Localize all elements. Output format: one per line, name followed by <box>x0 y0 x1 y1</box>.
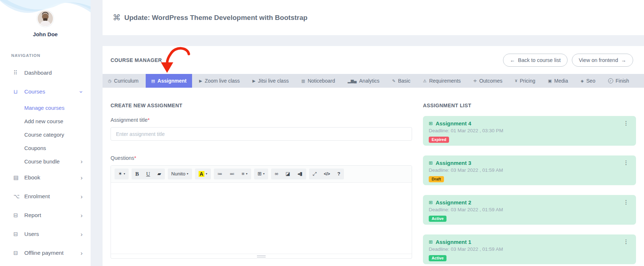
assignment-title: Assignment 3 <box>436 160 471 166</box>
sidebar-item-dashboard[interactable]: ⠿ Dashboard <box>0 63 91 82</box>
help-button[interactable]: ? <box>334 169 344 179</box>
tab-pricing[interactable]: ¥ Pricing <box>510 74 541 88</box>
sidebar: John Doe NAVIGATION ⠿ Dashboard ⊔ Course… <box>0 0 91 266</box>
style-button[interactable]: ✶ ▾ <box>115 169 129 179</box>
status-badge: Draft <box>429 176 444 182</box>
required-asterisk: * <box>134 155 136 161</box>
font-family-dropdown[interactable]: Nunito ▾ <box>168 169 192 179</box>
assignment-card[interactable]: ⊞ Assignment 2 ⋮ Deadline: 03 Mar 2022 ,… <box>423 195 636 225</box>
sidebar-item-label: Manage courses <box>24 105 65 111</box>
kebab-menu-icon[interactable]: ⋮ <box>622 238 630 245</box>
text-color-dropdown[interactable]: A ▾ <box>195 169 211 179</box>
image-icon: ◪ <box>286 171 290 177</box>
sidebar-item-course-category[interactable]: Course category <box>0 128 91 141</box>
clipboard-plus-icon: ⊞ <box>429 239 433 245</box>
sidebar-item-label: Offline payment <box>24 250 63 256</box>
sidebar-item-label: Course category <box>24 132 64 138</box>
assignment-card[interactable]: ⊞ Assignment 1 ⋮ Deadline: 03 Mar 2022 ,… <box>423 234 636 264</box>
tab-assignment[interactable]: ▤ Assignment <box>146 74 192 88</box>
page-title: ⌘ Update: WordPress Theme Development wi… <box>113 13 307 22</box>
offline-payment-icon: ⊟ <box>13 250 24 256</box>
clipboard-plus-icon: ⊞ <box>429 160 433 166</box>
assignment-card[interactable]: ⊞ Assignment 4 ⋮ Deadline: 01 Mar 2022 ,… <box>423 116 636 146</box>
link-button[interactable]: ∞ <box>271 169 282 179</box>
tab-finish[interactable]: ✓ Finish <box>603 74 635 88</box>
courses-icon: ⊔ <box>13 88 24 95</box>
courses-submenu: Manage courses Add new course Course cat… <box>0 101 91 168</box>
tab-requirements[interactable]: ⚠ Requirements <box>417 74 466 88</box>
unordered-list-button[interactable]: ≔ <box>214 169 226 179</box>
tab-curriculum[interactable]: ◷ Curriculum <box>103 74 144 88</box>
assignment-list-heading: ASSIGNMENT LIST <box>423 103 636 108</box>
sidebar-item-users[interactable]: ⊟ Users › <box>0 225 91 244</box>
tab-noticeboard[interactable]: ▥ Noticeboard <box>296 74 341 88</box>
chevron-right-icon: › <box>80 250 83 256</box>
tab-seo[interactable]: ◈ Seo <box>575 74 601 88</box>
editor-resize-handle[interactable] <box>111 254 412 258</box>
code-icon: </> <box>324 171 330 176</box>
magic-wand-icon: ✶ <box>118 171 122 177</box>
clipboard-plus-icon: ⊞ <box>429 200 433 205</box>
underline-button[interactable]: U <box>142 169 154 179</box>
kebab-menu-icon[interactable]: ⋮ <box>622 159 630 166</box>
arrow-right-icon: → <box>621 57 627 63</box>
back-to-course-list-button[interactable]: ← Back to course list <box>503 54 568 67</box>
video-camera-icon: ▶ <box>252 79 255 83</box>
user-name: John Doe <box>0 31 91 37</box>
tab-zoom-live-class[interactable]: ▶ Zoom live class <box>194 74 245 88</box>
status-badge: Active <box>429 255 446 261</box>
sidebar-item-courses[interactable]: ⊔ Courses › <box>0 82 91 101</box>
chevron-right-icon: › <box>80 158 83 165</box>
sidebar-item-offline-payment[interactable]: ⊟ Offline payment › <box>0 244 91 262</box>
align-icon: ≡ <box>242 171 245 177</box>
image-button[interactable]: ◪ <box>282 169 294 179</box>
status-badge: Active <box>429 216 446 222</box>
table-dropdown[interactable]: ⊞ ▾ <box>254 169 268 179</box>
assignment-title: Assignment 2 <box>436 199 471 205</box>
table-icon: ⊞ <box>258 171 262 177</box>
sidebar-item-report[interactable]: ⊟ Report › <box>0 206 91 225</box>
tab-analytics[interactable]: ▂▆▄ Analytics <box>342 74 385 88</box>
link-icon: ∞ <box>275 171 278 177</box>
ordered-list-button[interactable]: ≕ <box>226 169 238 179</box>
sidebar-item-ebook[interactable]: ▤ Ebook › <box>0 168 91 187</box>
kebab-menu-icon[interactable]: ⋮ <box>622 199 630 205</box>
assignment-card[interactable]: ⊞ Assignment 3 ⋮ Deadline: 03 Mar 2022 ,… <box>423 155 636 185</box>
fullscreen-button[interactable]: ⤢ <box>309 169 320 179</box>
chevron-right-icon: › <box>80 175 83 181</box>
kebab-menu-icon[interactable]: ⋮ <box>622 120 630 126</box>
clear-format-button[interactable]: ▰ <box>154 169 165 179</box>
page-title-text: Update: WordPress Theme Development with… <box>124 14 307 22</box>
tab-basic[interactable]: ✎ Basic <box>387 74 416 88</box>
clipboard-plus-icon: ⊞ <box>429 121 433 126</box>
sidebar-item-label: Report <box>24 212 41 219</box>
bullet-list-icon: ≔ <box>217 171 223 177</box>
sidebar-item-course-bundle[interactable]: Course bundle › <box>0 155 91 168</box>
code-view-button[interactable]: </> <box>320 169 333 179</box>
sidebar-item-manage-courses[interactable]: Manage courses <box>0 101 91 115</box>
assignment-deadline: Deadline: 03 Mar 2022 , 01:59 AM <box>429 167 630 173</box>
video-button[interactable]: ◂▮ <box>294 169 306 179</box>
video-icon: ◂▮ <box>297 171 302 177</box>
report-icon: ⊟ <box>13 212 24 219</box>
avatar[interactable] <box>37 10 54 27</box>
pen-icon: ✎ <box>392 79 395 83</box>
grip-lines-icon <box>257 255 266 257</box>
sidebar-item-coupons[interactable]: Coupons <box>0 141 91 155</box>
sidebar-item-enrolment[interactable]: ⌥ Enrolment › <box>0 187 91 206</box>
assignment-title-input[interactable] <box>111 127 412 141</box>
tab-jitsi-live-class[interactable]: ▶ Jitsi live class <box>247 74 294 88</box>
tab-outcomes[interactable]: ✛ Outcomes <box>468 74 508 88</box>
paragraph-align-dropdown[interactable]: ≡ ▾ <box>238 169 251 179</box>
view-on-frontend-button[interactable]: View on frontend → <box>572 54 633 67</box>
required-asterisk: * <box>148 117 150 123</box>
tab-media[interactable]: ▣ Media <box>543 74 574 88</box>
editor-text-area[interactable] <box>111 183 412 254</box>
bold-button[interactable]: B <box>132 169 142 179</box>
sidebar-item-label: Add new course <box>24 118 63 124</box>
tag-icon: ◈ <box>581 79 583 83</box>
caret-down-icon: ▾ <box>124 172 125 176</box>
sidebar-item-add-new-course[interactable]: Add new course <box>0 115 91 128</box>
status-badge: Expired <box>429 137 449 143</box>
move-arrows-icon: ✛ <box>473 79 477 83</box>
